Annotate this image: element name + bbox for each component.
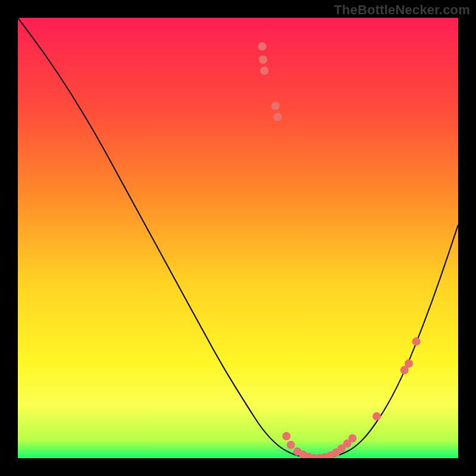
chart-svg — [18, 18, 458, 458]
data-marker — [287, 441, 295, 449]
data-marker — [271, 102, 280, 110]
chart-frame: TheBottleNecker.com — [0, 0, 476, 476]
data-marker — [260, 67, 268, 75]
data-marker — [372, 412, 381, 421]
data-marker — [348, 434, 356, 443]
data-marker — [259, 55, 267, 64]
data-marker — [282, 432, 290, 440]
data-marker — [274, 113, 282, 121]
plot-area — [18, 18, 458, 458]
data-marker — [405, 359, 413, 368]
data-marker — [258, 42, 267, 51]
watermark-text: TheBottleNecker.com — [334, 2, 470, 18]
data-marker — [412, 337, 421, 346]
